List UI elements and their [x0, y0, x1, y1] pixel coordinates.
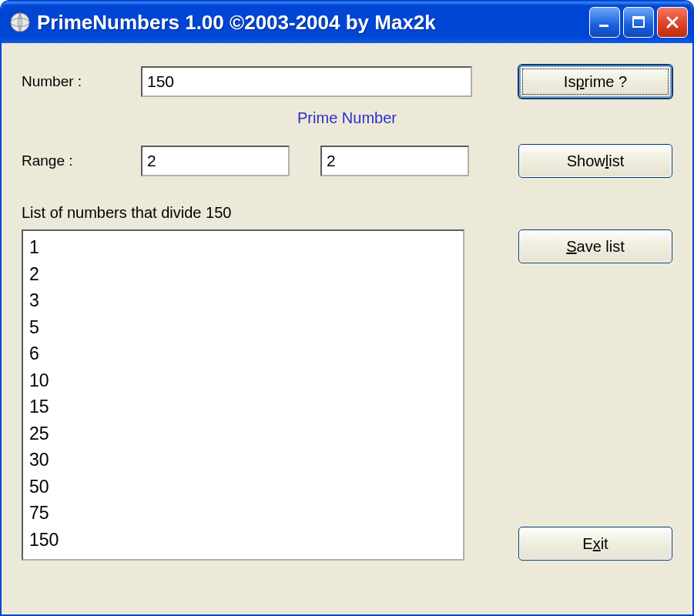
range-from-spinner[interactable] — [141, 146, 290, 176]
is-prime-button[interactable]: Is prime ? — [518, 65, 672, 99]
list-item[interactable]: 50 — [29, 474, 457, 500]
range-row: Range : — [22, 144, 672, 178]
list-item[interactable]: 10 — [29, 367, 457, 394]
range-label: Range : — [22, 152, 141, 169]
close-button[interactable] — [657, 7, 688, 38]
list-item[interactable]: 3 — [29, 287, 457, 314]
list-item[interactable]: 15 — [29, 393, 457, 420]
svg-rect-3 — [599, 25, 609, 27]
svg-rect-4 — [633, 17, 644, 27]
app-window: PrimeNumbers 1.00 ©2003-2004 by Max2k Nu… — [0, 0, 694, 616]
divisor-listbox[interactable]: 12356101525305075150 — [22, 229, 464, 561]
list-item[interactable]: 30 — [29, 447, 457, 474]
list-area: 12356101525305075150 Save list Exit — [22, 229, 672, 598]
show-list-button[interactable]: Show list — [518, 144, 672, 178]
range-to-input[interactable] — [322, 147, 533, 175]
client-area: Number : Is prime ? Prime Number Range : — [2, 43, 692, 614]
titlebar: PrimeNumbers 1.00 ©2003-2004 by Max2k — [2, 2, 692, 43]
caption-buttons — [589, 7, 688, 38]
divisor-list-label: List of numbers that divide 150 — [22, 204, 672, 222]
maximize-button[interactable] — [623, 7, 654, 38]
number-row: Number : Is prime ? — [22, 65, 672, 99]
svg-rect-5 — [633, 17, 644, 19]
list-item[interactable]: 1 — [29, 234, 457, 261]
window-title: PrimeNumbers 1.00 ©2003-2004 by Max2k — [37, 11, 589, 35]
app-icon — [9, 12, 31, 33]
list-item[interactable]: 75 — [29, 500, 457, 527]
save-list-button[interactable]: Save list — [518, 229, 672, 263]
minimize-button[interactable] — [589, 7, 620, 38]
list-item[interactable]: 25 — [29, 420, 457, 447]
list-item[interactable]: 6 — [29, 340, 457, 367]
range-to-spinner[interactable] — [320, 146, 469, 176]
number-input[interactable] — [141, 66, 472, 97]
number-label: Number : — [22, 73, 141, 90]
exit-button[interactable]: Exit — [518, 527, 672, 561]
side-buttons: Save list Exit — [464, 229, 672, 561]
list-item[interactable]: 5 — [29, 314, 457, 341]
prime-status-text: Prime Number — [22, 109, 672, 127]
list-item[interactable]: 150 — [29, 527, 457, 554]
list-item[interactable]: 2 — [29, 261, 457, 288]
